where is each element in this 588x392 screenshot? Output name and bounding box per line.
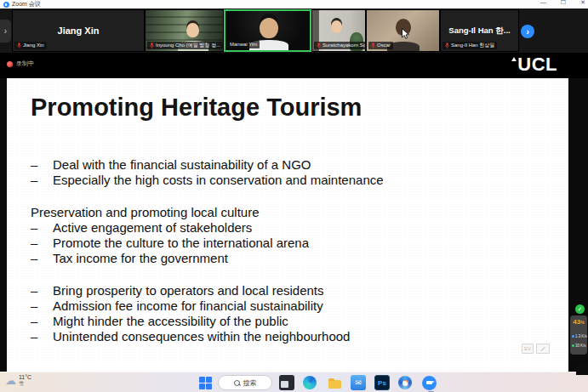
- participant-name-chip: Suratchayakorn Somboon: [314, 42, 366, 49]
- upload-dot-icon: [572, 344, 574, 347]
- participant-filmstrip: › Jiang Xin Jiang Xin Inyoung Cho (예일 발청…: [0, 9, 588, 53]
- windows-logo-icon: [199, 377, 212, 389]
- participant-tile-suratchayakorn[interactable]: Suratchayakorn Somboon: [311, 9, 366, 52]
- window-titlebar: Zoom 会议 — ☐ ✕: [0, 0, 588, 9]
- check-badge-icon: ✓: [575, 304, 585, 314]
- search-icon: [234, 380, 240, 386]
- muted-mic-icon: [150, 43, 154, 48]
- bullet-line: – Might hinder the accessibility of the …: [31, 314, 568, 329]
- close-button[interactable]: ✕: [580, 0, 585, 6]
- status-panel: 43% 1.3K/s 30K/s: [570, 315, 587, 355]
- participant-name-chip: Oscar: [368, 42, 393, 49]
- windows-taskbar: ☁ 11°C 雪 搜索 ✉ Ps ∧ ⋈ ≡ 18:27 2023/2/11 ☾: [0, 372, 588, 392]
- browser-compass-icon[interactable]: [398, 376, 412, 389]
- muted-mic-icon: [17, 43, 21, 48]
- slide-bullet-list: – Deal with the financial sustainability…: [31, 157, 568, 344]
- taskbar-search[interactable]: 搜索: [218, 375, 272, 390]
- search-placeholder: 搜索: [243, 378, 257, 388]
- presenter-overlay: EV: [522, 344, 550, 354]
- filmstrip-collapse-button[interactable]: ›: [0, 20, 11, 43]
- mouse-cursor: [402, 28, 409, 39]
- participant-name-chip: Sang-Il Han 한상일: [442, 42, 497, 49]
- bullet-line: – Bring prosperity to operators and loca…: [31, 283, 568, 298]
- net-speed-row: 1.3K/s: [572, 334, 587, 338]
- participant-tile-inyoung-cho[interactable]: Inyoung Cho (예일 발청 정...: [145, 9, 224, 52]
- weather-temp: 11°C: [19, 374, 31, 381]
- expand-icon[interactable]: [536, 344, 550, 354]
- zoom-meeting-window: { "window": { "title": "Zoom 会议", "minim…: [0, 0, 588, 392]
- camera-icon: [426, 381, 432, 385]
- participant-face: [186, 23, 199, 37]
- muted-mic-icon: [317, 43, 321, 48]
- minimize-button[interactable]: —: [540, 0, 546, 6]
- bullet-line: – Deal with the financial sustainability…: [31, 157, 568, 173]
- bullet-line: – Tax income for the government: [31, 251, 568, 266]
- section-line: Preservation and promoting local culture: [31, 205, 568, 220]
- cloud-icon: ☁: [5, 375, 16, 386]
- net-speed-row: 30K/s: [572, 344, 586, 348]
- slide-top-band: 录制中 UCL: [0, 53, 588, 78]
- slide-title: Promoting Heritage Tourism: [31, 94, 568, 122]
- recording-label: 录制中: [16, 60, 34, 68]
- participant-name-chip: Manwai Yim: [227, 41, 260, 48]
- bullet-line: – Especially the high costs in conservat…: [31, 173, 568, 188]
- weather-widget[interactable]: ☁ 11°C 雪: [5, 374, 31, 387]
- bullet-line: – Active engagement of stakeholders: [31, 220, 568, 236]
- next-participants-button[interactable]: ›: [521, 25, 534, 38]
- edge-browser-icon[interactable]: [303, 376, 317, 389]
- participant-name-chip: Jiang Xin: [14, 42, 47, 49]
- bullet-line: – Promote the culture to the internation…: [31, 236, 568, 251]
- bullet-line: – Admission fee income for financial sus…: [31, 298, 568, 314]
- muted-mic-icon: [445, 43, 449, 48]
- zoom-app-icon: [3, 2, 9, 8]
- muted-mic-icon: [371, 43, 375, 48]
- participant-tile-manwai-yim[interactable]: Manwai Yim: [224, 9, 311, 52]
- download-dot-icon: [572, 335, 574, 338]
- chevron-right-icon: ›: [526, 26, 529, 37]
- recording-indicator: 录制中: [7, 60, 34, 68]
- participant-tile-jiang-xin[interactable]: Jiang Xin Jiang Xin: [12, 9, 145, 52]
- scroll-indicator: [567, 308, 568, 352]
- shared-screen-area: 录制中 UCL Promoting Heritage Tourism – Dea…: [0, 53, 588, 372]
- start-button[interactable]: [197, 375, 213, 390]
- folder-icon[interactable]: [327, 375, 342, 390]
- mail-icon[interactable]: ✉: [351, 375, 366, 390]
- ucl-portico-icon: [511, 57, 517, 61]
- ucl-logo: UCL: [511, 54, 557, 76]
- file-explorer-dark-icon[interactable]: [279, 375, 294, 390]
- ev-badge[interactable]: EV: [522, 344, 534, 354]
- bullet-line: – Unintended consequences within the nei…: [31, 329, 568, 344]
- photoshop-icon[interactable]: Ps: [374, 375, 390, 390]
- usage-percent: 43%: [570, 318, 587, 326]
- chevron-right-icon: ›: [4, 26, 7, 36]
- participant-face: [260, 18, 278, 38]
- maximize-button[interactable]: ☐: [561, 0, 566, 6]
- recording-dot-icon: [7, 61, 13, 67]
- presentation-slide: Promoting Heritage Tourism – Deal with t…: [7, 78, 568, 372]
- weather-condition: 雪: [19, 381, 31, 387]
- participant-face: [331, 20, 342, 33]
- participant-tile-sang-il-han[interactable]: Sang-Il Han 한... Sang-Il Han 한상일: [440, 9, 519, 52]
- participant-name-chip: Inyoung Cho (예일 발청 정...: [147, 42, 223, 49]
- corner-overlay: [576, 365, 588, 375]
- window-title: Zoom 会议: [12, 0, 41, 9]
- zoom-taskbar-icon[interactable]: [422, 376, 437, 390]
